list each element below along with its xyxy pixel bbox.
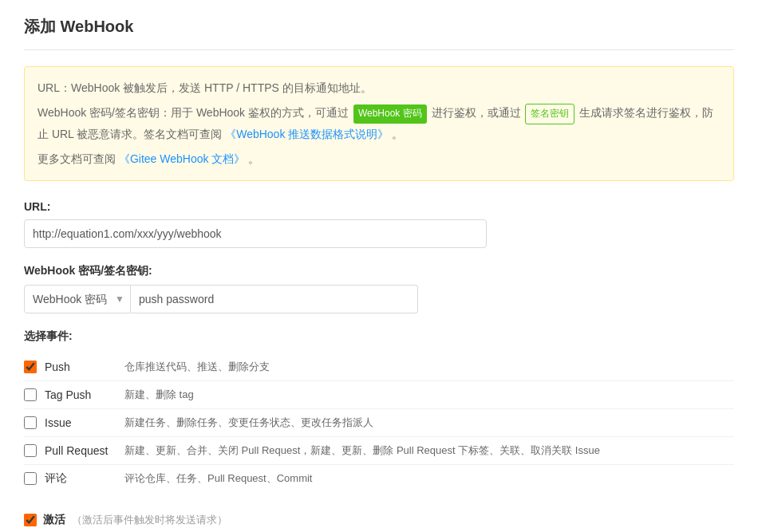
info-line3-end: 。 xyxy=(248,152,259,165)
badge-webhook: WebHook 密码 xyxy=(353,104,427,124)
webhook-type-select[interactable]: WebHook 密码 签名密钥 xyxy=(24,285,131,313)
webhook-secret-group: WebHook 密码/签名密钥: WebHook 密码 签名密钥 ▼ xyxy=(24,264,734,313)
event-issue-desc: 新建任务、删除任务、变更任务状态、更改任务指派人 xyxy=(124,416,373,430)
events-list: Push 仓库推送代码、推送、删除分支 Tag Push 新建、删除 tag I… xyxy=(24,353,734,492)
event-pr-desc: 新建、更新、合并、关闭 Pull Request，新建、更新、删除 Pull R… xyxy=(124,443,600,458)
activate-hint: （激活后事件触发时将发送请求） xyxy=(72,514,227,526)
event-tagpush-row: Tag Push 新建、删除 tag xyxy=(24,381,734,409)
event-pr-label: Pull Request xyxy=(45,444,124,457)
event-push-checkbox[interactable] xyxy=(24,361,37,373)
event-comment-row: 评论 评论仓库、任务、Pull Request、Commit xyxy=(24,465,734,492)
event-push-label: Push xyxy=(45,361,124,373)
webhook-secret-label: WebHook 密码/签名密钥: xyxy=(24,264,734,278)
event-issue-checkbox[interactable] xyxy=(24,416,37,429)
events-group: 选择事件: Push 仓库推送代码、推送、删除分支 Tag Push 新建、删除… xyxy=(24,329,734,492)
url-input[interactable] xyxy=(24,219,487,248)
event-tagpush-checkbox[interactable] xyxy=(24,388,37,401)
activate-label: 激活 （激活后事件触发时将发送请求） xyxy=(43,513,227,527)
activate-checkbox[interactable] xyxy=(24,514,37,526)
event-tagpush-desc: 新建、删除 tag xyxy=(124,388,194,402)
info-line1: URL：WebHook 被触发后，发送 HTTP / HTTPS 的目标通知地址… xyxy=(38,81,372,94)
event-comment-label: 评论 xyxy=(45,471,124,486)
event-issue-label: Issue xyxy=(45,416,124,429)
info-line2-pre: WebHook 密码/签名密钥：用于 WebHook 鉴权的方式，可通过 xyxy=(38,106,349,119)
event-pr-row: Pull Request 新建、更新、合并、关闭 Pull Request，新建… xyxy=(24,437,734,465)
event-comment-checkbox[interactable] xyxy=(24,472,37,485)
event-pr-checkbox[interactable] xyxy=(24,444,37,457)
info-line2-mid: 进行鉴权，或通过 xyxy=(432,106,521,119)
page-title: 添加 WebHook xyxy=(24,16,734,50)
link-doc[interactable]: 《Gitee WebHook 文档》 xyxy=(119,152,245,165)
webhook-secret-inline: WebHook 密码 签名密钥 ▼ xyxy=(24,285,734,313)
select-wrapper: WebHook 密码 签名密钥 ▼ xyxy=(24,285,131,313)
events-title: 选择事件: xyxy=(24,329,734,344)
info-line2-end: 。 xyxy=(392,128,403,140)
activate-row: 激活 （激活后事件触发时将发送请求） xyxy=(24,508,734,532)
badge-sign: 签名密钥 xyxy=(525,104,574,124)
url-label: URL: xyxy=(24,200,734,213)
url-group: URL: xyxy=(24,200,734,248)
link-format[interactable]: 《WebHook 推送数据格式说明》 xyxy=(225,128,389,140)
info-box: URL：WebHook 被触发后，发送 HTTP / HTTPS 的目标通知地址… xyxy=(24,66,734,181)
event-push-desc: 仓库推送代码、推送、删除分支 xyxy=(124,360,270,374)
event-tagpush-label: Tag Push xyxy=(45,388,124,401)
webhook-password-input[interactable] xyxy=(131,285,418,313)
info-line3-pre: 更多文档可查阅 xyxy=(38,152,116,165)
event-comment-desc: 评论仓库、任务、Pull Request、Commit xyxy=(124,471,313,486)
event-issue-row: Issue 新建任务、删除任务、变更任务状态、更改任务指派人 xyxy=(24,409,734,437)
event-push-row: Push 仓库推送代码、推送、删除分支 xyxy=(24,353,734,381)
